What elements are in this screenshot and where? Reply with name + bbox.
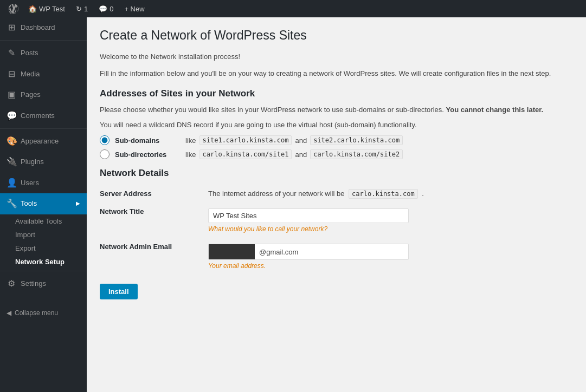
separator-3	[0, 271, 87, 271]
submenu-available-tools[interactable]: Available Tools	[0, 214, 87, 228]
sidebar-item-plugins[interactable]: 🔌 Plugins	[0, 152, 87, 172]
sidebar-label-plugins: Plugins	[21, 157, 44, 167]
submenu-import[interactable]: Import	[0, 228, 87, 241]
available-tools-label: Available Tools	[15, 217, 62, 225]
notice1-text: Please choose whether you would like sit…	[100, 104, 573, 116]
sidebar: ⊞ Dashboard ✎ Posts ⊟ Media ▣ Pages 💬 Co…	[0, 17, 87, 392]
server-address-row: Server Address The internet address of y…	[100, 184, 573, 203]
submenu-export[interactable]: Export	[0, 241, 87, 255]
comments-menu-icon: 💬	[7, 110, 16, 122]
sidebar-label-settings: Settings	[21, 279, 46, 289]
network-details-table: Server Address The internet address of y…	[100, 184, 573, 275]
sidebar-item-posts[interactable]: ✎ Posts	[0, 43, 87, 63]
admin-bar: 🏠 WP Test ↻ 1 💬 0 + New	[0, 0, 586, 17]
subdirectory-example1: carlo.kinsta.com/site1	[199, 149, 292, 159]
adminbar-updates[interactable]: ↻ 1	[70, 0, 93, 17]
server-address-domain: carlo.kinsta.com	[349, 189, 418, 199]
network-admin-email-row: Network Admin Email @gmail.com Your emai…	[100, 238, 573, 275]
new-label: + New	[124, 5, 144, 13]
sidebar-item-dashboard[interactable]: ⊞ Dashboard	[0, 17, 87, 38]
adminbar-new[interactable]: + New	[119, 0, 150, 17]
subdirectory-example2: carlo.kinsta.com/site2	[310, 149, 403, 159]
server-address-post: .	[422, 190, 424, 198]
sidebar-label-users: Users	[21, 178, 39, 188]
tools-icon: 🔧	[7, 198, 16, 210]
subdirectory-examples: like carlo.kinsta.com/site1 and carlo.ki…	[185, 149, 403, 159]
dashboard-icon: ⊞	[7, 22, 16, 34]
sidebar-label-media: Media	[21, 69, 40, 79]
server-address-pre: The internet address of your network wil…	[208, 190, 344, 198]
section2-title: Network Details	[100, 168, 573, 179]
pages-icon: ▣	[7, 89, 16, 101]
sidebar-label-dashboard: Dashboard	[21, 23, 55, 32]
install-button[interactable]: Install	[100, 284, 138, 299]
sidebar-label-pages: Pages	[21, 90, 41, 100]
sidebar-label-appearance: Appearance	[21, 136, 59, 146]
subdomain-example2: site2.carlo.kinsta.com	[310, 135, 403, 145]
email-suffix: @gmail.com	[255, 245, 408, 259]
network-admin-email-label: Network Admin Email	[100, 238, 208, 275]
sidebar-item-users[interactable]: 👤 Users	[0, 173, 87, 193]
wp-logo[interactable]	[4, 0, 23, 17]
network-title-field-cell: What would you like to call your network…	[208, 203, 573, 238]
subdirectory-label[interactable]: Sub-directories	[115, 151, 180, 159]
updates-count: 1	[84, 5, 88, 13]
network-title-row: Network Title What would you like to cal…	[100, 203, 573, 238]
adminbar-home[interactable]: 🏠 WP Test	[23, 0, 70, 17]
server-address-value-cell: The internet address of your network wil…	[208, 184, 573, 203]
subdomain-pre: like	[185, 136, 196, 145]
email-prefix-block	[209, 244, 255, 259]
section1-title: Addresses of Sites in your Network	[100, 88, 573, 99]
intro-welcome: Welcome to the Network installation proc…	[100, 51, 573, 63]
subdirectory-pre: like	[185, 151, 196, 159]
subdomain-label[interactable]: Sub-domains	[115, 136, 180, 145]
network-title-hint: What would you like to call your network…	[208, 225, 573, 233]
collapse-menu-button[interactable]: ◀ Collapse menu	[0, 305, 87, 321]
network-title-input[interactable]	[208, 208, 409, 223]
sidebar-item-settings[interactable]: ⚙ Settings	[0, 273, 87, 294]
adminbar-comments[interactable]: 💬 0	[93, 0, 119, 17]
intro-body: Fill in the information below and you'll…	[100, 68, 573, 80]
home-icon: 🏠	[28, 5, 37, 13]
sidebar-item-pages[interactable]: ▣ Pages	[0, 84, 87, 105]
sidebar-label-comments: Comments	[21, 111, 55, 121]
network-title-label: Network Title	[100, 203, 208, 238]
subdomain-radio[interactable]	[100, 135, 110, 145]
main-content: Create a Network of WordPress Sites Welc…	[87, 17, 586, 392]
server-address-label: Server Address	[100, 184, 208, 203]
updates-icon: ↻	[76, 5, 82, 13]
import-label: Import	[15, 231, 35, 239]
settings-icon: ⚙	[7, 278, 16, 290]
sidebar-item-appearance[interactable]: 🎨 Appearance	[0, 131, 87, 152]
posts-icon: ✎	[7, 47, 16, 59]
separator-2	[0, 128, 87, 129]
comments-count: 0	[110, 5, 113, 13]
separator-1	[0, 40, 87, 41]
collapse-label: Collapse menu	[15, 309, 58, 317]
sidebar-item-comments[interactable]: 💬 Comments	[0, 106, 87, 126]
subdirectory-radio[interactable]	[100, 149, 110, 159]
subdomain-examples: like site1.carlo.kinsta.com and site2.ca…	[185, 135, 403, 145]
sidebar-item-media[interactable]: ⊟ Media	[0, 64, 87, 84]
plugins-icon: 🔌	[7, 156, 16, 168]
appearance-icon: 🎨	[7, 135, 16, 147]
subdomains-row: Sub-domains like site1.carlo.kinsta.com …	[100, 135, 573, 145]
sidebar-label-tools: Tools	[21, 199, 37, 208]
users-icon: 👤	[7, 177, 16, 189]
site-name: WP Test	[39, 5, 65, 13]
collapse-icon: ◀	[7, 309, 11, 317]
email-input-wrapper: @gmail.com	[208, 244, 409, 260]
export-label: Export	[15, 244, 36, 252]
subdirectories-row: Sub-directories like carlo.kinsta.com/si…	[100, 149, 573, 159]
media-icon: ⊟	[7, 68, 16, 80]
notice2-text: You will need a wildcard DNS record if y…	[100, 120, 573, 131]
tools-arrow: ▶	[76, 200, 80, 207]
sidebar-item-tools[interactable]: 🔧 Tools ▶	[0, 193, 87, 214]
network-admin-email-hint: Your email address.	[208, 262, 573, 270]
page-title: Create a Network of WordPress Sites	[100, 28, 573, 43]
subdirectory-and: and	[295, 151, 307, 159]
subdomain-example1: site1.carlo.kinsta.com	[199, 135, 292, 145]
sidebar-label-posts: Posts	[21, 48, 38, 58]
notice1-bold: You cannot change this later.	[446, 106, 544, 114]
submenu-network-setup[interactable]: Network Setup	[0, 255, 87, 269]
